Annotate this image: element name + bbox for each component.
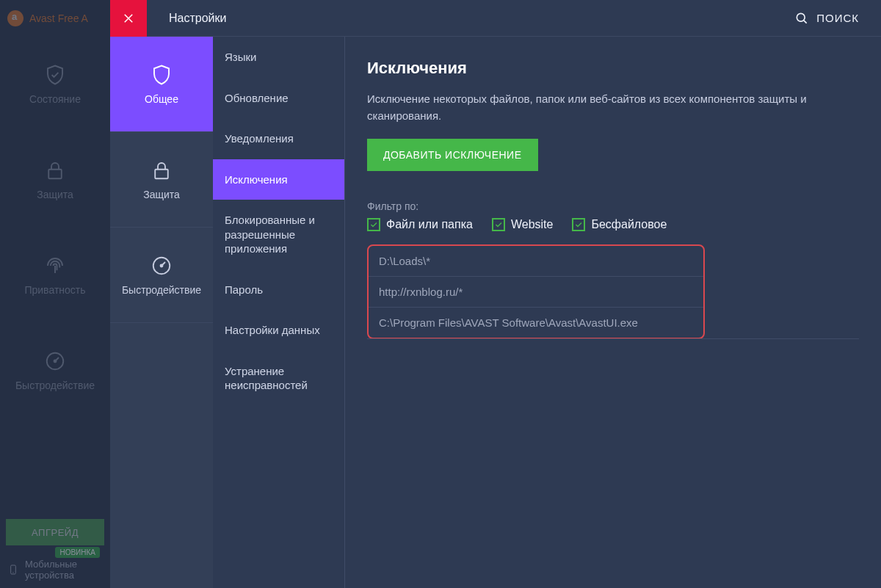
svg-rect-0: [48, 170, 62, 179]
cat-label: Общее: [145, 93, 178, 105]
settings-category-sidebar: Общее Защита Быстродействие: [110, 0, 213, 588]
nav-item-performance[interactable]: Быстродействие: [0, 323, 110, 418]
filter-row: Файл или папка Website Бесфайловое: [367, 218, 859, 231]
submenu-troubleshooting[interactable]: Устранение неисправностей: [213, 351, 344, 406]
close-icon: [122, 12, 135, 25]
filter-file-or-folder[interactable]: Файл или папка: [367, 218, 473, 231]
content-pane: Исключения Исключение некоторых файлов, …: [345, 0, 881, 588]
svg-rect-5: [155, 169, 168, 178]
exclusion-item[interactable]: D:\Loads\*: [369, 246, 703, 277]
content-heading: Исключения: [367, 59, 859, 78]
filter-label-text: Файл или папка: [386, 218, 473, 231]
exclusion-list-highlight: D:\Loads\* http://rxnblog.ru/* C:\Progra…: [367, 244, 705, 339]
phone-icon: [7, 564, 19, 576]
nav-item-privacy[interactable]: Приватность: [0, 228, 110, 323]
search-label: ПОИСК: [816, 12, 859, 24]
cat-label: Быстродействие: [122, 284, 201, 296]
nav-label: Быстродействие: [15, 380, 95, 391]
search-icon: [794, 11, 809, 26]
settings-submenu: Языки Обновление Уведомления Исключения …: [213, 0, 345, 588]
list-divider: [367, 338, 859, 339]
filter-label-text: Website: [511, 218, 554, 231]
filter-label-text: Бесфайловое: [591, 218, 667, 231]
settings-cat-performance[interactable]: Быстродействие: [110, 228, 213, 323]
filter-by-label: Фильтр по:: [367, 200, 859, 212]
search-button[interactable]: ПОИСК: [794, 11, 859, 26]
checkbox-icon: [367, 218, 380, 231]
shield-check-icon: [44, 64, 66, 86]
submenu-exclusions[interactable]: Исключения: [213, 159, 344, 200]
submenu-languages[interactable]: Языки: [213, 37, 344, 78]
mobile-line1: Мобильные: [25, 559, 77, 570]
checkbox-icon: [492, 218, 505, 231]
submenu-data-settings[interactable]: Настройки данных: [213, 310, 344, 351]
shield-icon: [151, 64, 173, 86]
exclusion-item[interactable]: C:\Program Files\AVAST Software\Avast\Av…: [369, 308, 703, 338]
nav-label: Состояние: [29, 93, 81, 105]
svg-point-4: [797, 13, 805, 21]
checkbox-icon: [572, 218, 585, 231]
upgrade-button[interactable]: АПГРЕЙД: [6, 519, 104, 545]
submenu-password[interactable]: Пароль: [213, 269, 344, 311]
add-exclusion-button[interactable]: ДОБАВИТЬ ИСКЛЮЧЕНИЕ: [367, 139, 538, 171]
gauge-icon: [44, 350, 66, 372]
page-title: Настройки: [169, 12, 226, 25]
fingerprint-icon: [44, 255, 66, 277]
submenu-update[interactable]: Обновление: [213, 78, 344, 119]
close-button[interactable]: [110, 0, 147, 37]
submenu-blocked-allowed-apps[interactable]: Блокированные и разрешенные приложения: [213, 200, 344, 269]
app-brand: Avast Free A: [0, 0, 110, 37]
mobile-devices-link[interactable]: НОВИНКА Мобильные устройства: [0, 551, 110, 588]
app-name: Avast Free A: [29, 12, 88, 24]
exclusion-item[interactable]: http://rxnblog.ru/*: [369, 277, 703, 308]
new-badge: НОВИНКА: [55, 547, 100, 558]
avast-logo-icon: [7, 10, 23, 26]
main-sidebar: Avast Free A Состояние Защита Приватност…: [0, 0, 110, 588]
submenu-notifications[interactable]: Уведомления: [213, 118, 344, 159]
filter-fileless[interactable]: Бесфайловое: [572, 218, 667, 231]
lock-icon: [44, 159, 66, 181]
gauge-icon: [151, 255, 173, 277]
nav-item-protection[interactable]: Защита: [0, 132, 110, 228]
content-description: Исключение некоторых файлов, папок или в…: [367, 91, 859, 124]
nav-item-status[interactable]: Состояние: [0, 37, 110, 132]
mobile-line2: устройства: [25, 570, 77, 581]
filter-website[interactable]: Website: [492, 218, 554, 231]
settings-cat-protection[interactable]: Защита: [110, 132, 213, 228]
settings-cat-general[interactable]: Общее: [110, 37, 213, 132]
top-bar: Настройки ПОИСК: [147, 0, 881, 37]
cat-label: Защита: [143, 189, 180, 200]
nav-label: Защита: [37, 189, 73, 200]
lock-icon: [151, 159, 173, 181]
nav-label: Приватность: [24, 284, 85, 296]
svg-point-2: [54, 360, 57, 363]
svg-point-7: [161, 264, 163, 266]
